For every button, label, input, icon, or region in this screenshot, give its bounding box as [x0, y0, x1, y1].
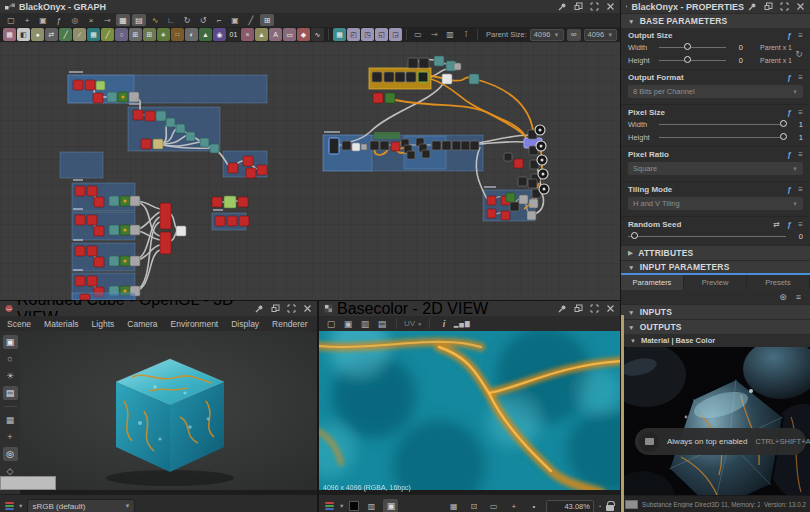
height-slider[interactable] — [659, 60, 726, 61]
tab-parameters[interactable]: Parameters — [621, 275, 684, 290]
new-view-icon[interactable]: ▢ — [324, 318, 338, 330]
sync-size-icon[interactable]: ↻ — [792, 49, 806, 59]
section-inputs[interactable]: ▼ INPUTS — [621, 304, 810, 319]
close-icon[interactable] — [796, 2, 805, 11]
viewport-2d[interactable]: 4096 x 4096 (RGBA, 16bpc) — [319, 331, 620, 494]
output-basecolor-item[interactable]: ▼ Material | Base Color — [621, 334, 810, 347]
node-distance-button[interactable]: ▦ — [87, 28, 100, 41]
tool-elbow-link-icon[interactable]: ∟ — [164, 14, 178, 26]
menu-item[interactable]: Renderer — [272, 319, 307, 329]
menu-item[interactable]: Environment — [171, 319, 219, 329]
pixel-width-slider[interactable] — [659, 124, 786, 125]
node-fill-button[interactable]: ◆ — [297, 28, 310, 41]
tool-create-link-icon[interactable]: ⊸ — [100, 14, 114, 26]
node-warning-button[interactable]: ▲ — [255, 28, 268, 41]
link-size-toggle[interactable]: ∞ — [567, 29, 581, 41]
pixel-height-slider[interactable] — [659, 137, 786, 138]
tiles-icon[interactable]: ▥ — [364, 500, 378, 512]
tool-thumbnails-icon[interactable]: ▤ — [132, 14, 146, 26]
view-2d-header[interactable]: Basecolor - 2D VIEW — [319, 301, 620, 316]
tab-presets[interactable]: Presets — [747, 275, 810, 290]
parent-size-width-select[interactable]: 4096▼ — [530, 29, 564, 41]
menu-item[interactable]: Materials — [44, 319, 78, 329]
node-sphere-button[interactable]: ◐ — [185, 28, 198, 41]
dot-icon[interactable]: • — [527, 500, 541, 512]
node-tile-sampler-button[interactable]: ⊞ — [143, 28, 156, 41]
tool-cut-links-icon[interactable]: × — [84, 14, 98, 26]
tool-transform-icon[interactable]: ↺ — [196, 14, 210, 26]
maximize-icon[interactable] — [590, 2, 599, 11]
node-shape-button[interactable]: ○ — [115, 28, 128, 41]
node-text-button[interactable]: A — [269, 28, 282, 41]
frame-all-icon[interactable]: ▭ — [487, 500, 501, 512]
node-crossed-button[interactable]: × — [241, 28, 254, 41]
transform-br-button[interactable]: ◲ — [389, 28, 402, 41]
histogram-icon[interactable]: ▂▅▇ — [455, 318, 469, 330]
node-safe-transform-button[interactable]: ▦ — [333, 28, 346, 41]
pixel-ratio-select[interactable]: Square ▼ — [628, 162, 803, 175]
fit-view-icon[interactable]: ⊡ — [467, 500, 481, 512]
pin-icon[interactable] — [558, 2, 567, 11]
tiling-grid-icon[interactable]: ▦ — [447, 500, 461, 512]
options-menu-icon[interactable]: ≡ — [798, 108, 803, 117]
maximize-icon[interactable] — [287, 304, 296, 313]
dot-node-icon[interactable]: ⊸ — [427, 28, 441, 41]
uv-checker-icon[interactable]: ▦ — [3, 413, 18, 427]
section-base-parameters[interactable]: ▼ BASE PARAMETERS — [621, 13, 810, 28]
settings-gear-icon[interactable]: ⊛ — [779, 292, 787, 302]
copy-image-icon[interactable]: ▥ — [358, 318, 372, 330]
menu-item[interactable]: Scene — [7, 319, 31, 329]
geometry-sphere-icon[interactable]: ◎ — [3, 447, 18, 461]
section-outputs[interactable]: ▼ OUTPUTS — [621, 319, 810, 334]
float-window-icon[interactable] — [574, 304, 583, 313]
close-icon[interactable] — [606, 2, 615, 11]
list-options-icon[interactable]: ≡ — [796, 292, 801, 302]
tool-frame-select-icon[interactable]: ▢ — [4, 14, 18, 26]
tool-graph-view-icon[interactable]: ▦ — [116, 14, 130, 26]
image-display-button[interactable]: ▣ — [383, 499, 398, 512]
options-menu-icon[interactable]: ≡ — [798, 220, 803, 229]
pin-icon[interactable] — [558, 304, 567, 313]
maximize-icon[interactable] — [590, 304, 599, 313]
graph-panel-header[interactable]: BlackOnyx - GRAPH — [0, 0, 620, 13]
node-splatter-button[interactable]: ∗ — [157, 28, 170, 41]
graph-canvas[interactable] — [0, 42, 620, 300]
axes-icon[interactable]: + — [3, 430, 18, 444]
tool-material-link-icon[interactable]: ∿ — [148, 14, 162, 26]
center-view-icon[interactable]: + — [507, 500, 521, 512]
transform-bl-button[interactable]: ◱ — [375, 28, 388, 41]
float-window-icon[interactable] — [271, 304, 280, 313]
colorspace-select[interactable]: sRGB (default) ▼ — [27, 499, 135, 512]
node-blend-button[interactable]: ◧ — [17, 28, 30, 41]
node-curve-button[interactable]: ╱ — [59, 28, 72, 41]
view-3d-header[interactable]: Rounded Cube - OpenGL - 3D VIEW — [0, 301, 317, 316]
random-seed-slider[interactable] — [628, 236, 786, 237]
uv-mode-select[interactable]: UV▼ — [404, 319, 422, 328]
node-dir-blur-button[interactable]: ∕ — [73, 28, 86, 41]
output-format-select[interactable]: 8 Bits per Channel ▼ — [628, 85, 803, 98]
camera-icon[interactable]: ▣ — [3, 335, 18, 349]
menu-item[interactable]: Lights — [92, 319, 115, 329]
float-window-icon[interactable] — [574, 2, 583, 11]
tool-function-icon[interactable]: ƒ — [52, 14, 66, 26]
node-dots-button[interactable]: ∷ — [171, 28, 184, 41]
tool-zoom-icon[interactable]: ◎ — [68, 14, 82, 26]
maximize-icon[interactable] — [780, 2, 789, 11]
selected-node[interactable] — [329, 138, 339, 154]
frame-card-icon[interactable]: ▥ — [443, 28, 457, 41]
pin-icon[interactable] — [255, 304, 264, 313]
pin-icon[interactable] — [748, 2, 757, 11]
node-frame-button[interactable]: ▭ — [283, 28, 296, 41]
environment-icon[interactable]: ☀ — [3, 369, 18, 383]
transform-tl-button[interactable]: ◰ — [347, 28, 360, 41]
node-value-button[interactable]: 01 — [227, 28, 240, 41]
node-bitmap-button[interactable]: ▦ — [3, 28, 16, 41]
tab-preview[interactable]: Preview — [684, 275, 747, 290]
node-blur-button[interactable]: ● — [31, 28, 44, 41]
node-pyramid-button[interactable]: ▲ — [199, 28, 212, 41]
tool-wrench-icon[interactable]: ⌐ — [212, 14, 226, 26]
expose-function-icon[interactable]: ƒ — [787, 185, 791, 194]
node-curve-dark-button[interactable]: ∿ — [311, 28, 324, 41]
tool-rotate-icon[interactable]: ↻ — [180, 14, 194, 26]
node-channel-shuffle-button[interactable]: ⇄ — [45, 28, 58, 41]
